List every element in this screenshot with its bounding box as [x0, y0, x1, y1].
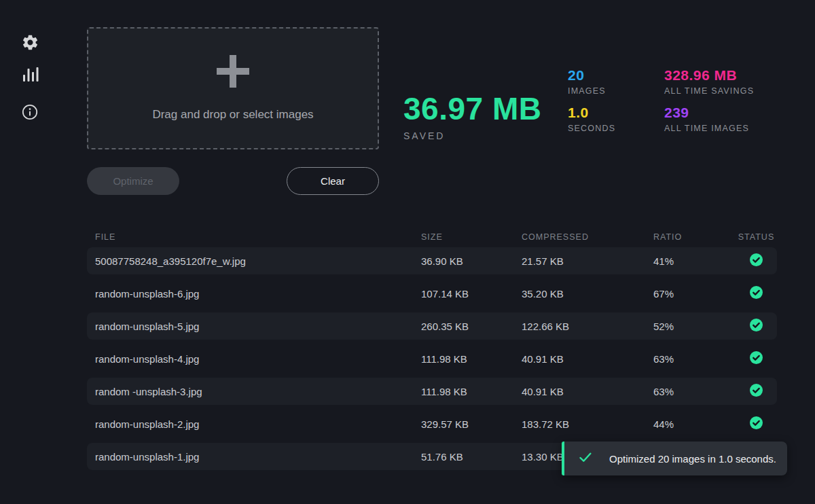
- ratio-cell: 41%: [653, 255, 736, 267]
- alltime-savings-value: 328.96 MB: [664, 67, 754, 83]
- table-row: 50087758248_a395120f7e_w.jpg 36.90 KB 21…: [87, 247, 777, 274]
- status-cell: [736, 351, 777, 366]
- table-row: random-unsplash-6.jpg 107.14 KB 35.20 KB…: [87, 280, 777, 307]
- images-count-value: 20: [568, 67, 615, 83]
- bar-chart-icon: [20, 65, 39, 84]
- check-circle-icon: [750, 416, 763, 431]
- plus-icon: [217, 55, 249, 88]
- status-cell: [736, 253, 777, 268]
- gear-icon: [21, 33, 39, 52]
- compressed-cell: 40.91 KB: [522, 353, 653, 365]
- dropzone-label: Drag and drop or select images: [152, 108, 313, 122]
- check-circle-icon: [750, 319, 763, 334]
- size-cell: 329.57 KB: [421, 418, 522, 430]
- file-name-cell: random-unsplash-1.jpg: [95, 451, 421, 463]
- size-cell: 51.76 KB: [421, 451, 522, 463]
- file-name-cell: random-unsplash-5.jpg: [95, 321, 421, 332]
- info-icon: [21, 103, 39, 121]
- saved-label: SAVED: [403, 130, 541, 141]
- seconds-value: 1.0: [568, 105, 615, 120]
- ratio-cell: 67%: [653, 288, 736, 300]
- app-window: Drag and drop or select images Optimize …: [0, 0, 815, 504]
- alltime-images-label: ALL TIME IMAGES: [664, 124, 754, 133]
- size-cell: 36.90 KB: [421, 255, 522, 267]
- header-compressed: COMPRESSED: [522, 232, 653, 242]
- size-cell: 260.35 KB: [421, 321, 522, 332]
- check-circle-icon: [750, 384, 763, 399]
- table-row: random-unsplash-5.jpg 260.35 KB 122.66 K…: [87, 312, 777, 340]
- alltime-images-value: 239: [664, 105, 754, 120]
- ratio-cell: 52%: [653, 321, 736, 332]
- check-circle-icon: [750, 286, 763, 301]
- size-cell: 107.14 KB: [421, 288, 522, 300]
- file-name-cell: random-unsplash-4.jpg: [95, 353, 421, 365]
- alltime-savings-label: ALL TIME SAVINGS: [664, 86, 754, 96]
- check-circle-icon: [750, 351, 763, 366]
- table-row: random-unsplash-2.jpg 329.57 KB 183.72 K…: [87, 410, 777, 437]
- status-cell: [736, 319, 777, 334]
- session-stats-column: 20 IMAGES 1.0 SECONDS: [568, 67, 615, 133]
- compressed-cell: 21.57 KB: [522, 255, 653, 267]
- file-name-cell: 50087758248_a395120f7e_w.jpg: [95, 255, 421, 267]
- size-cell: 111.98 KB: [421, 353, 522, 365]
- compressed-cell: 122.66 KB: [522, 321, 653, 332]
- ratio-cell: 44%: [653, 418, 736, 430]
- ratio-cell: 63%: [653, 353, 736, 365]
- alltime-stats-column: 328.96 MB ALL TIME SAVINGS 239 ALL TIME …: [664, 67, 754, 133]
- table-header: FILE SIZE COMPRESSED RATIO STATUS: [87, 228, 777, 246]
- ratio-cell: 63%: [653, 386, 736, 397]
- header-ratio: RATIO: [653, 232, 736, 242]
- status-cell: [736, 286, 777, 301]
- compressed-cell: 183.72 KB: [522, 418, 653, 430]
- table-row: random -unsplash-3.jpg 111.98 KB 40.91 K…: [87, 378, 777, 405]
- optimize-button[interactable]: Optimize: [87, 167, 179, 195]
- seconds-label: SECONDS: [568, 124, 615, 133]
- images-count-label: IMAGES: [568, 86, 615, 96]
- saved-stat: 36.97 MB SAVED: [403, 93, 541, 141]
- status-cell: [736, 416, 777, 431]
- file-name-cell: random -unsplash-3.jpg: [95, 386, 421, 397]
- header-status: STATUS: [736, 232, 777, 242]
- settings-button[interactable]: [19, 31, 41, 53]
- size-cell: 111.98 KB: [421, 386, 522, 397]
- compressed-cell: 35.20 KB: [522, 288, 653, 300]
- toast-check-icon: [564, 452, 592, 465]
- header-size: SIZE: [421, 232, 522, 242]
- table-row: random-unsplash-4.jpg 111.98 KB 40.91 KB…: [87, 345, 777, 372]
- toast-notification: Optimized 20 images in 1.0 seconds.: [562, 442, 787, 475]
- info-button[interactable]: [19, 101, 41, 123]
- toast-message: Optimized 20 images in 1.0 seconds.: [609, 453, 776, 465]
- file-name-cell: random-unsplash-2.jpg: [95, 418, 421, 430]
- compressed-cell: 40.91 KB: [522, 386, 653, 397]
- header-file: FILE: [95, 232, 421, 242]
- status-cell: [736, 384, 777, 399]
- statistics-button[interactable]: [19, 64, 41, 86]
- saved-value: 36.97 MB: [403, 93, 541, 124]
- clear-button[interactable]: Clear: [287, 167, 379, 195]
- check-circle-icon: [750, 253, 763, 268]
- file-name-cell: random-unsplash-6.jpg: [95, 288, 421, 300]
- image-dropzone[interactable]: Drag and drop or select images: [87, 27, 379, 149]
